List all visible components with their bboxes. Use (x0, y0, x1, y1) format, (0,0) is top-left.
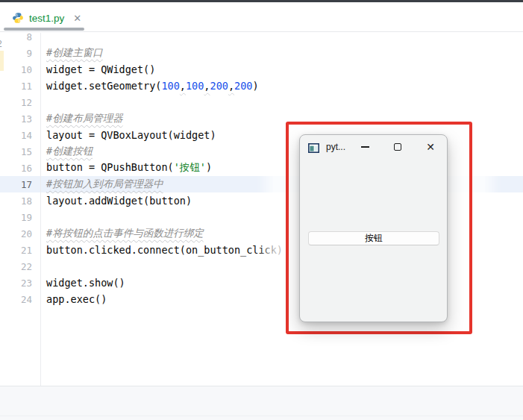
code-text: layout.addWidget(button) (40, 195, 192, 207)
close-icon: ✕ (426, 142, 435, 152)
line-number[interactable]: 8 (0, 33, 40, 43)
status-panel-divider (0, 416, 523, 416)
ide-screen: { "tab_bar": { "tab": { "title": "test1.… (0, 0, 523, 420)
code-line[interactable]: 8 (0, 33, 523, 45)
qt-window-controls: ✕ (348, 135, 447, 159)
tab-close-icon[interactable]: ✕ (73, 13, 81, 23)
line-number[interactable]: 16 (0, 163, 40, 174)
code-line[interactable]: 11widget.setGeometry(100,100,200,200) (0, 78, 523, 94)
code-text: #创建按钮 (40, 145, 93, 158)
qt-app-icon (308, 142, 319, 152)
editor-tab-bar: test1.py ✕ (0, 2, 523, 32)
line-number[interactable]: 12 (0, 97, 40, 108)
qt-push-button[interactable]: 按钮 (308, 231, 439, 245)
line-number[interactable]: 10 (0, 64, 40, 75)
line-number[interactable]: 15 (0, 146, 40, 157)
code-line[interactable]: 10widget = QWidget() (0, 61, 523, 78)
minimize-icon (361, 146, 369, 148)
line-number[interactable]: 22 (0, 261, 40, 272)
line-number[interactable]: 18 (0, 195, 40, 207)
close-button[interactable]: ✕ (414, 135, 447, 159)
gutter-yellow-marker (0, 51, 4, 71)
code-text: widget.show() (40, 277, 125, 289)
qt-app-window[interactable]: pyt... ✕ 按钮 (299, 134, 448, 322)
tab-test1-py[interactable]: test1.py ✕ (12, 7, 81, 28)
code-text: #创建布局管理器 (40, 112, 123, 125)
line-number[interactable]: 13 (0, 113, 40, 125)
code-text: #按钮加入到布局管理器中 (40, 178, 163, 191)
code-text: widget.setGeometry(100,100,200,200) (40, 80, 259, 92)
maximize-button[interactable] (381, 135, 414, 159)
line-number[interactable]: 9 (0, 48, 40, 59)
status-panel (0, 386, 523, 420)
qt-window-titlebar[interactable]: pyt... ✕ (300, 135, 447, 159)
code-line[interactable]: 9#创建主窗口 (0, 45, 523, 61)
python-file-icon (12, 12, 24, 24)
code-text: #创建主窗口 (40, 46, 103, 60)
qt-window-title: pyt... (326, 142, 345, 152)
minimize-button[interactable] (348, 135, 381, 159)
line-number[interactable]: 14 (0, 130, 40, 141)
maximize-icon (394, 143, 401, 151)
line-number[interactable]: 24 (0, 294, 40, 305)
left-edge-artifact: 2 (0, 39, 4, 49)
code-text: app.exec() (40, 293, 107, 305)
code-text: button.clicked.connect(on_button_click) (40, 244, 283, 256)
gutter-separator (40, 33, 41, 386)
line-number[interactable]: 23 (0, 278, 40, 289)
code-text: widget = QWidget() (40, 63, 155, 75)
line-number[interactable]: 20 (0, 228, 40, 239)
code-text: layout = QVBoxLayout(widget) (40, 129, 216, 141)
code-text: button = QPushButton('按钮') (40, 161, 212, 175)
code-line[interactable]: 12 (0, 94, 523, 110)
line-number[interactable]: 17 (0, 179, 40, 190)
tab-title: test1.py (29, 13, 64, 24)
line-number[interactable]: 19 (0, 212, 40, 223)
line-number[interactable]: 11 (0, 81, 40, 92)
line-number[interactable]: 21 (0, 245, 40, 256)
tab-scrollbar[interactable] (4, 28, 84, 31)
code-text: #将按钮的点击事件与函数进行绑定 (40, 227, 204, 240)
